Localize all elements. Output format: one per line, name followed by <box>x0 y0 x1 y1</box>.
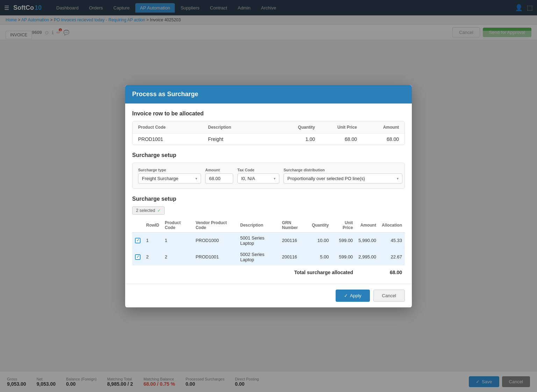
tax-code-select[interactable]: I0, N/A ▾ <box>237 173 279 184</box>
row1-checkbox[interactable]: ✓ <box>135 238 141 243</box>
header-amount: Amount <box>357 125 399 130</box>
modal-header: Process as Surcharge <box>125 85 412 104</box>
row2-allocation: 22.67 <box>379 249 405 265</box>
row2-checkbox-cell: ✓ <box>132 249 143 265</box>
surcharge-setup1-title: Surcharge setup <box>132 152 405 158</box>
row2-grn: 200116 <box>279 249 309 265</box>
invoice-row-section-title: Invoice row to be allocated <box>132 111 405 117</box>
th-vendor-product-code: Vendor Product Code <box>193 218 237 233</box>
th-amount: Amount <box>356 218 379 233</box>
row2-vendor-product-code: PROD1001 <box>193 249 237 265</box>
chevron-down-icon: ▾ <box>397 177 399 180</box>
checkmark-icon: ✓ <box>157 208 161 213</box>
th-allocation: Allocation <box>379 218 405 233</box>
total-surcharge-value: 68.00 <box>381 270 402 275</box>
selected-badge[interactable]: 2 selected ✓ <box>132 206 165 215</box>
distribution-select[interactable]: Proportionally over selected PO line(s) … <box>284 173 402 184</box>
surcharge-setup-box: Surcharge type Freight Surcharge ▾ Amoun… <box>132 163 405 189</box>
row1-allocation: 45.33 <box>379 232 405 249</box>
inv-description: Freight <box>208 136 273 142</box>
th-unit-price: Unit Price <box>332 218 356 233</box>
surcharge-type-label: Surcharge type <box>138 168 201 172</box>
table-row: ✓ 1 1 PROD1000 5001 Series Laptop 200116… <box>132 232 405 249</box>
check-icon: ✓ <box>136 238 139 243</box>
modal-footer: ✓ Apply Cancel <box>125 284 412 307</box>
selected-count: 2 selected <box>136 208 155 213</box>
check-icon: ✓ <box>136 255 139 259</box>
amount-input[interactable] <box>205 173 233 184</box>
total-surcharge-label: Total surcharge allocated <box>294 270 353 275</box>
modal-title: Process as Surcharge <box>132 91 198 98</box>
amount-group: Amount <box>205 168 233 184</box>
row2-unit-price: 599.00 <box>332 249 356 265</box>
header-description: Description <box>208 125 273 130</box>
surcharge-setup2-title: Surcharge setup <box>132 196 405 202</box>
invoice-row-data: PROD1001 Freight 1.00 68.00 68.00 <box>133 133 404 145</box>
tax-code-group: Tax Code I0, N/A ▾ <box>237 168 279 184</box>
row1-grn: 200116 <box>279 232 309 249</box>
row2-checkbox[interactable]: ✓ <box>135 254 141 260</box>
cancel-modal-button[interactable]: Cancel <box>373 290 405 302</box>
th-product-code: Product Code <box>162 218 193 233</box>
surcharge-type-select[interactable]: Freight Surcharge ▾ <box>138 173 201 184</box>
row1-description: 5001 Series Laptop <box>237 232 279 249</box>
modal-overlay: Process as Surcharge Invoice row to be a… <box>0 0 537 392</box>
surcharge-type-group: Surcharge type Freight Surcharge ▾ <box>138 168 201 184</box>
apply-button[interactable]: ✓ Apply <box>336 290 370 302</box>
tax-code-label: Tax Code <box>237 168 279 172</box>
row1-vendor-product-code: PROD1000 <box>193 232 237 249</box>
row1-id: 1 <box>143 232 162 249</box>
row1-amount: 5,990.00 <box>356 232 379 249</box>
row1-product-code: 1 <box>162 232 193 249</box>
th-checkbox <box>132 218 143 233</box>
total-row: Total surcharge allocated 68.00 <box>132 265 405 277</box>
distribution-label: Surcharge distribution <box>284 168 402 172</box>
checkmark-icon: ✓ <box>344 293 348 298</box>
inv-amount: 68.00 <box>357 136 399 142</box>
row2-amount: 2,995.00 <box>356 249 379 265</box>
th-grn-number: GRN Number <box>279 218 309 233</box>
th-row-id: RowID <box>143 218 162 233</box>
process-surcharge-modal: Process as Surcharge Invoice row to be a… <box>125 85 412 307</box>
row2-id: 2 <box>143 249 162 265</box>
modal-body: Invoice row to be allocated Product Code… <box>125 104 412 284</box>
inv-unit-price: 68.00 <box>315 136 357 142</box>
header-product-code: Product Code <box>138 125 208 130</box>
th-quantity: Quantity <box>309 218 332 233</box>
table-row: ✓ 2 2 PROD1001 5002 Series Laptop 200116… <box>132 249 405 265</box>
header-unit-price: Unit Price <box>315 125 357 130</box>
row2-description: 5002 Series Laptop <box>237 249 279 265</box>
header-quantity: Quantity <box>273 125 315 130</box>
po-table-header: RowID Product Code Vendor Product Code D… <box>132 218 405 233</box>
invoice-row-table: Product Code Description Quantity Unit P… <box>132 121 405 145</box>
th-description: Description <box>237 218 279 233</box>
inv-product-code: PROD1001 <box>138 136 208 142</box>
surcharge-fields: Surcharge type Freight Surcharge ▾ Amoun… <box>138 168 399 184</box>
po-table-body: ✓ 1 1 PROD1000 5001 Series Laptop 200116… <box>132 232 405 265</box>
row1-quantity: 10.00 <box>309 232 332 249</box>
invoice-row-header: Product Code Description Quantity Unit P… <box>133 121 404 133</box>
inv-quantity: 1.00 <box>273 136 315 142</box>
row2-product-code: 2 <box>162 249 193 265</box>
distribution-group: Surcharge distribution Proportionally ov… <box>284 168 402 184</box>
chevron-down-icon: ▾ <box>274 177 275 180</box>
po-lines-table: RowID Product Code Vendor Product Code D… <box>132 218 405 265</box>
row1-unit-price: 599.00 <box>332 232 356 249</box>
row2-quantity: 5.00 <box>309 249 332 265</box>
row1-checkbox-cell: ✓ <box>132 232 143 249</box>
amount-label: Amount <box>205 168 233 172</box>
chevron-down-icon: ▾ <box>195 177 197 180</box>
